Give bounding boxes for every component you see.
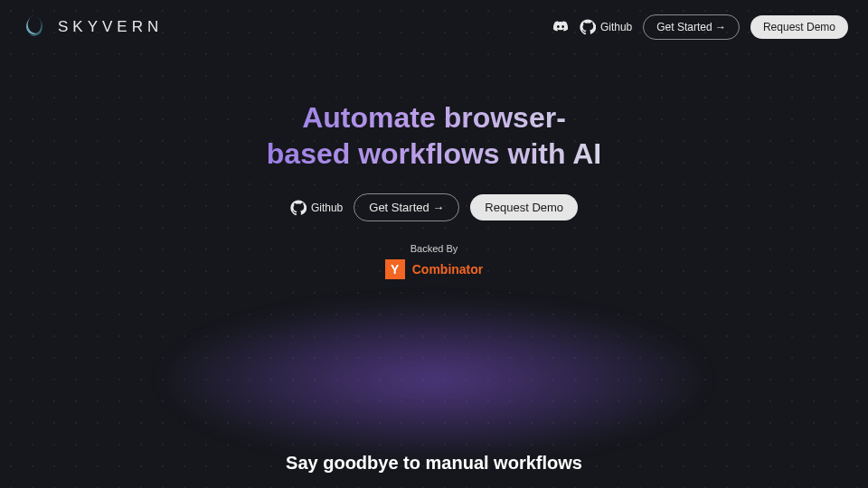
backed-by-label: Backed By bbox=[410, 243, 458, 254]
discord-link[interactable] bbox=[552, 19, 569, 35]
hero-section: Automate browser- based workflows with A… bbox=[0, 99, 868, 279]
hero-title-line1: Automate browser- bbox=[302, 101, 566, 134]
get-started-button-header[interactable]: Get Started → bbox=[643, 14, 740, 40]
hero-title-line2: based workflows with AI bbox=[267, 137, 601, 170]
purple-glow bbox=[154, 298, 714, 461]
request-demo-button-header[interactable]: Request Demo bbox=[750, 15, 848, 39]
request-demo-button-hero[interactable]: Request Demo bbox=[470, 194, 578, 221]
github-icon bbox=[290, 200, 307, 216]
hero-title: Automate browser- based workflows with A… bbox=[267, 99, 601, 172]
github-link-hero[interactable]: Github bbox=[290, 200, 343, 216]
ycombinator-icon: Y bbox=[385, 259, 405, 279]
site-header: SKYVERN Github Get Started → Request Dem… bbox=[0, 0, 868, 54]
hero-actions: Github Get Started → Request Demo bbox=[0, 193, 868, 221]
subheading: Say goodbye to manual workflows bbox=[0, 453, 868, 474]
ycombinator-text: Combinator bbox=[412, 262, 484, 277]
ycombinator-badge[interactable]: Y Combinator bbox=[385, 259, 484, 279]
discord-icon bbox=[552, 19, 569, 35]
backed-by-section: Backed By Y Combinator bbox=[0, 243, 868, 279]
brand-name: SKYVERN bbox=[58, 18, 163, 36]
github-icon bbox=[580, 19, 596, 35]
skyvern-logo-icon bbox=[20, 13, 49, 42]
get-started-button-hero[interactable]: Get Started → bbox=[354, 193, 459, 221]
github-link-header[interactable]: Github bbox=[580, 19, 632, 35]
github-label-hero: Github bbox=[311, 202, 343, 214]
github-label-header: Github bbox=[600, 21, 632, 33]
brand-logo[interactable]: SKYVERN bbox=[20, 13, 163, 42]
header-nav: Github Get Started → Request Demo bbox=[552, 14, 848, 40]
